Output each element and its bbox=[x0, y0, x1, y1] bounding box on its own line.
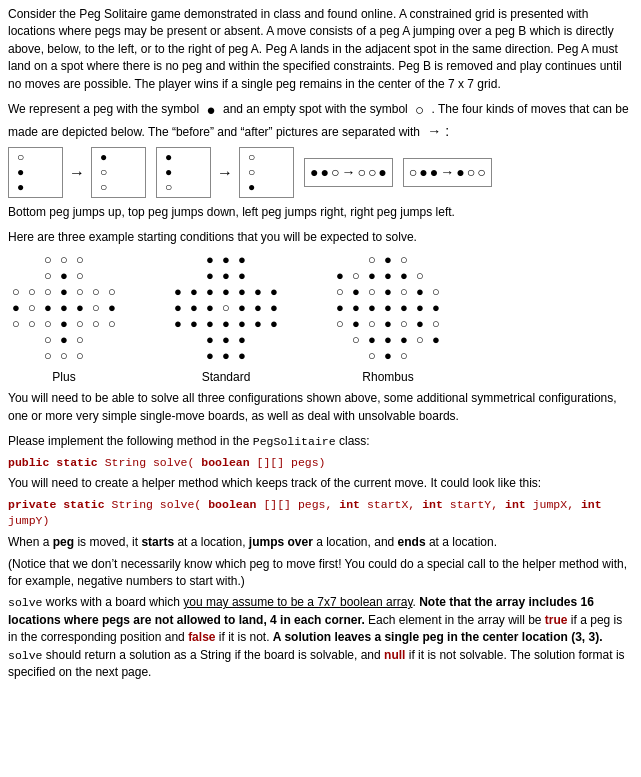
plus-board: ○ ○ ○ ○ ● ○ ○ ○ ○ ● bbox=[8, 253, 120, 365]
examples-intro: Here are three example starting conditio… bbox=[8, 229, 633, 246]
move-arrow-2: → bbox=[217, 161, 233, 184]
peg-symbol-middle: and an empty spot with the symbol bbox=[223, 102, 408, 116]
examples-section: Here are three example starting conditio… bbox=[8, 229, 633, 425]
move-diagram-3: ● ● ○ → ○ ○ ● bbox=[304, 158, 393, 186]
page-content: Consider the Peg Solitaire game demonstr… bbox=[8, 6, 633, 682]
class-name: PegSolitaire bbox=[253, 435, 336, 448]
after-grid-1: ● ○ ○ bbox=[96, 150, 141, 195]
rhombus-board-container: ○ ● ○ ● ○ ● ● ● ○ ○ ● ○ ● bbox=[332, 253, 444, 386]
peg-symbol-prefix: We represent a peg with the symbol bbox=[8, 102, 199, 116]
after-grid-2: ○ ○ ● bbox=[244, 150, 289, 195]
impl-p5: solve works with a board which you may a… bbox=[8, 594, 633, 682]
before-grid-2: ● ● ○ bbox=[161, 150, 206, 195]
impl-p2: You will need to create a helper method … bbox=[8, 475, 633, 492]
plus-board-container: ○ ○ ○ ○ ● ○ ○ ○ ○ ● bbox=[8, 253, 120, 386]
move-diagram-1: ○ ● ● → ● ○ ○ bbox=[8, 147, 146, 198]
standard-board-container: ● ● ● ● ● ● ● ● ● ● bbox=[170, 253, 282, 386]
move-diagram-2: ● ● ○ → ○ ○ ● bbox=[156, 147, 294, 198]
arrow-icon: → : bbox=[427, 123, 449, 139]
intro-p1: Consider the Peg Solitaire game demonstr… bbox=[8, 6, 633, 93]
method1-block: public static String solve( boolean [][]… bbox=[8, 455, 633, 472]
examples-caption: You will need to be able to solve all th… bbox=[8, 390, 633, 425]
standard-label: Standard bbox=[202, 369, 251, 386]
empty-icon: ○ bbox=[415, 101, 424, 118]
impl-p3: When a peg is moved, it starts at a loca… bbox=[8, 534, 633, 551]
impl-p1: Please implement the following method in… bbox=[8, 433, 633, 451]
move-arrow-1: → bbox=[69, 161, 85, 184]
moves-caption: Bottom peg jumps up, top peg jumps down,… bbox=[8, 204, 633, 221]
standard-board: ● ● ● ● ● ● ● ● ● ● bbox=[170, 253, 282, 365]
move-diagram-4: ○ ● ● → ● ○ ○ bbox=[403, 158, 492, 186]
rhombus-board: ○ ● ○ ● ○ ● ● ● ○ ○ ● ○ ● bbox=[332, 253, 444, 365]
plus-label: Plus bbox=[52, 369, 75, 386]
rhombus-label: Rhombus bbox=[362, 369, 413, 386]
before-grid-1: ○ ● ● bbox=[13, 150, 58, 195]
method2-block: private static String solve( boolean [][… bbox=[8, 497, 633, 530]
intro-section: Consider the Peg Solitaire game demonstr… bbox=[8, 6, 633, 93]
move-diagrams: ○ ● ● → ● ○ ○ ● ● ○ bbox=[8, 147, 633, 198]
peg-symbol-line: We represent a peg with the symbol ● and… bbox=[8, 99, 633, 141]
peg-icon: ● bbox=[207, 101, 216, 118]
implementation-section: Please implement the following method in… bbox=[8, 433, 633, 682]
boards-row: ○ ○ ○ ○ ● ○ ○ ○ ○ ● bbox=[8, 253, 633, 386]
impl-p4: (Notice that we don’t necessarily know w… bbox=[8, 556, 633, 591]
